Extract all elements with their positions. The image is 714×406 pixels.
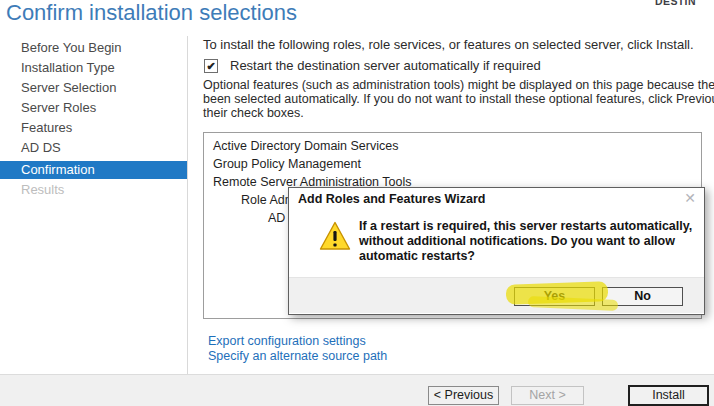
export-configuration-link[interactable]: Export configuration settings bbox=[208, 334, 366, 348]
checkmark-icon: ✔ bbox=[206, 60, 215, 72]
restart-automatically-label[interactable]: Restart the destination server automatic… bbox=[230, 58, 541, 73]
install-instruction-text: To install the following roles, role ser… bbox=[203, 37, 694, 52]
alternate-source-path-link[interactable]: Specify an alternate source path bbox=[208, 349, 387, 363]
list-item: Group Policy Management bbox=[204, 155, 701, 173]
sidebar-item-results: Results bbox=[0, 180, 187, 200]
dialog-message-line: automatic restarts? bbox=[359, 249, 692, 264]
list-item: Active Directory Domain Services bbox=[204, 137, 701, 155]
page-title: Confirm installation selections bbox=[6, 0, 297, 26]
no-button[interactable]: No bbox=[602, 287, 683, 306]
dialog-message-line: If a restart is required, this server re… bbox=[359, 219, 692, 234]
wizard-window: Confirm installation selections DESTIN B… bbox=[0, 0, 714, 406]
previous-button[interactable]: < Previous bbox=[428, 386, 499, 405]
close-icon[interactable]: ✕ bbox=[684, 190, 696, 206]
dialog-message-line: without additional notifications. Do you… bbox=[359, 234, 692, 249]
restart-automatically-checkbox[interactable]: ✔ bbox=[204, 59, 218, 73]
sidebar-item-server-roles[interactable]: Server Roles bbox=[0, 98, 187, 118]
warning-icon bbox=[319, 221, 351, 255]
note-line: been selected automatically. If you do n… bbox=[203, 92, 714, 106]
sidebar-divider bbox=[187, 36, 188, 374]
destination-server-label: DESTIN bbox=[655, 0, 696, 7]
note-line: Optional features (such as administratio… bbox=[203, 78, 714, 92]
restart-confirmation-dialog: Add Roles and Features Wizard ✕ If a res… bbox=[288, 187, 705, 315]
dialog-button-bar: Yes No bbox=[289, 277, 704, 313]
sidebar-item-confirmation[interactable]: Confirmation bbox=[0, 161, 187, 179]
optional-features-note: Optional features (such as administratio… bbox=[203, 78, 714, 120]
dialog-title: Add Roles and Features Wizard bbox=[298, 192, 485, 206]
yes-button[interactable]: Yes bbox=[514, 287, 595, 306]
footer-bar bbox=[0, 375, 714, 406]
next-button[interactable]: Next > bbox=[511, 386, 584, 405]
sidebar-item-installation-type[interactable]: Installation Type bbox=[0, 58, 187, 78]
sidebar-item-features[interactable]: Features bbox=[0, 118, 187, 138]
install-button[interactable]: Install bbox=[628, 385, 709, 406]
sidebar-item-ad-ds[interactable]: AD DS bbox=[0, 138, 187, 158]
wizard-step-nav: Before You Begin Installation Type Serve… bbox=[0, 38, 187, 200]
dialog-message: If a restart is required, this server re… bbox=[359, 219, 692, 264]
sidebar-item-before-you-begin[interactable]: Before You Begin bbox=[0, 38, 187, 58]
sidebar-item-server-selection[interactable]: Server Selection bbox=[0, 78, 187, 98]
note-line: their check boxes. bbox=[203, 106, 714, 120]
